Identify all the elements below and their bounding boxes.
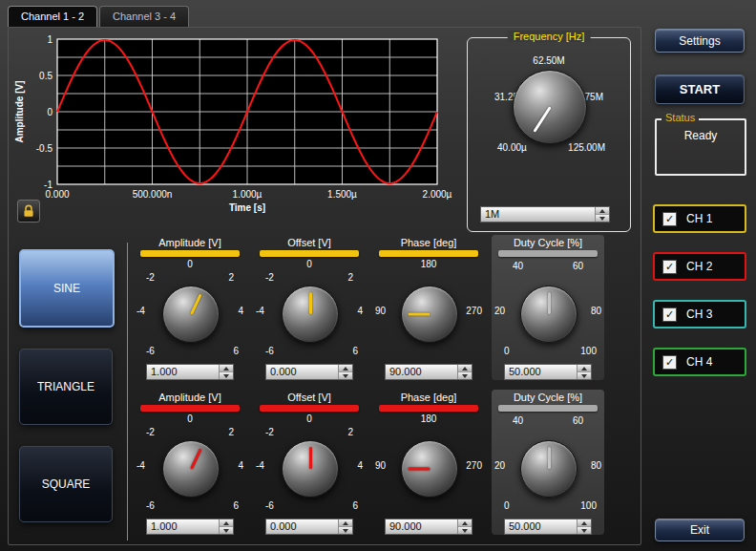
tick-label: 0	[306, 259, 312, 269]
ch2-offset-v-group: Offset [V]0-22-44-660.000	[253, 390, 366, 535]
frequency-panel-title: Frequency [Hz]	[508, 31, 591, 42]
app-window: Channel 1 - 2Channel 3 - 4 10.50-0.5-10.…	[0, 0, 756, 551]
ch1-phase-deg-input[interactable]: 90.000	[385, 364, 472, 380]
spin-down-button[interactable]	[220, 526, 233, 534]
channel-toggle-3[interactable]: ✓CH 3	[653, 300, 746, 328]
svg-text:1: 1	[47, 34, 52, 45]
checkbox-icon: ✓	[662, 355, 677, 370]
ch2-offset-v-knob[interactable]	[282, 440, 339, 498]
ch1-duty-cycle-knob[interactable]	[520, 286, 578, 343]
spin-up-icon	[343, 521, 348, 525]
checkbox-icon: ✓	[662, 307, 677, 322]
graph-lock-button[interactable]	[17, 200, 40, 223]
ch1-duty-cycle-input[interactable]: 50.000	[504, 364, 592, 380]
tick-label: 100	[580, 346, 597, 356]
spin-up-button[interactable]	[220, 365, 233, 371]
waveform-button-square[interactable]: SQUARE	[19, 446, 113, 522]
svg-text:Time [s]: Time [s]	[229, 202, 265, 213]
tick-label: 20	[494, 460, 505, 471]
svg-text:500.000n: 500.000n	[133, 189, 173, 200]
spin-down-button[interactable]	[458, 526, 472, 534]
spin-up-button[interactable]	[578, 519, 591, 526]
svg-text:1.500µ: 1.500µ	[327, 189, 357, 200]
status-title: Status	[662, 112, 699, 123]
ch2-amplitude-v-knob[interactable]	[162, 440, 220, 498]
accent-bar	[140, 405, 240, 412]
spin-down-icon	[599, 217, 605, 221]
spinner	[219, 365, 233, 379]
ch2-phase-deg-knob[interactable]	[401, 440, 458, 498]
start-button[interactable]: START	[655, 74, 745, 104]
ch2-amplitude-v-input[interactable]: 1.000	[146, 519, 234, 535]
knob-pointer	[309, 292, 312, 314]
spin-up-icon	[581, 521, 587, 525]
numeric-value: 0.000	[266, 519, 338, 534]
knob-scale: 0-22-44-66	[134, 413, 246, 515]
tick-label: 2	[228, 427, 234, 437]
knob-title: Duty Cycle [%]	[514, 235, 582, 250]
tab-bar: Channel 1 - 2Channel 3 - 4	[8, 6, 191, 27]
svg-text:Amplitude [V]: Amplitude [V]	[14, 81, 25, 143]
spin-up-button[interactable]	[339, 365, 352, 371]
settings-button[interactable]: Settings	[655, 29, 745, 53]
ch1-amplitude-v-knob[interactable]	[162, 286, 220, 343]
knob-pointer	[548, 292, 551, 314]
ch2-duty-cycle-input[interactable]: 50.000	[504, 519, 592, 535]
knob-pointer	[190, 294, 201, 315]
ch2-duty-cycle-knob[interactable]	[520, 440, 578, 498]
spin-up-button[interactable]	[220, 519, 233, 526]
svg-text:-1: -1	[44, 180, 52, 190]
frequency-knob[interactable]	[513, 70, 587, 144]
exit-button[interactable]: Exit	[655, 519, 745, 541]
spin-up-button[interactable]	[458, 519, 472, 526]
numeric-value: 50.000	[505, 365, 577, 379]
svg-text:-0.5: -0.5	[36, 143, 53, 154]
spinner	[595, 207, 609, 222]
tick-label: 0	[187, 413, 193, 424]
ch1-offset-v-knob[interactable]	[282, 286, 339, 343]
numeric-value: 1.000	[147, 365, 219, 379]
spinner	[577, 365, 591, 379]
spin-down-icon	[343, 529, 348, 533]
spin-down-button[interactable]	[578, 526, 591, 534]
svg-text:0.5: 0.5	[39, 71, 52, 81]
spin-up-button[interactable]	[458, 365, 472, 371]
channel-toggle-label: CH 2	[686, 260, 712, 273]
ch2-phase-deg-input[interactable]: 90.000	[385, 519, 472, 535]
accent-bar	[379, 405, 478, 412]
spin-down-button[interactable]	[339, 526, 352, 534]
numeric-value: 1.000	[147, 519, 219, 534]
spin-down-button[interactable]	[578, 371, 591, 379]
numeric-value: 50.000	[505, 519, 577, 534]
spin-up-button[interactable]	[596, 207, 609, 214]
frequency-knob-scale: 62.50M31.25M93.75M40.00µ125.00M	[493, 53, 605, 155]
accent-bar	[379, 250, 478, 257]
tick-label: 80	[591, 306, 601, 316]
ch2-offset-v-input[interactable]: 0.000	[265, 519, 353, 535]
tick-label: 90	[375, 460, 386, 471]
spin-up-icon	[599, 209, 605, 213]
frequency-input[interactable]: 1M	[480, 206, 610, 223]
ch1-amplitude-v-input[interactable]: 1.000	[146, 364, 234, 380]
numeric-value: 1M	[481, 207, 595, 222]
ch1-phase-deg-knob[interactable]	[401, 286, 458, 343]
spin-down-icon	[462, 529, 468, 533]
tab-channel-1-2[interactable]: Channel 1 - 2	[8, 6, 97, 27]
ch1-offset-v-input[interactable]: 0.000	[265, 364, 353, 380]
spin-down-button[interactable]	[339, 371, 352, 379]
spin-up-button[interactable]	[339, 519, 352, 526]
waveform-button-triangle[interactable]: TRIANGLE	[19, 349, 113, 425]
channel-toggle-4[interactable]: ✓CH 4	[653, 348, 746, 376]
spin-down-button[interactable]	[458, 371, 472, 379]
spin-down-button[interactable]	[596, 214, 609, 222]
tab-channel-3-4[interactable]: Channel 3 - 4	[99, 6, 189, 27]
channel-toggle-1[interactable]: ✓CH 1	[653, 204, 746, 233]
spin-down-icon	[223, 374, 229, 378]
channel-toggle-2[interactable]: ✓CH 2	[653, 252, 746, 281]
spin-up-button[interactable]	[578, 365, 591, 371]
checkbox-icon: ✓	[662, 212, 677, 226]
knob-scale: 18090270	[372, 413, 485, 515]
waveform-button-sine[interactable]: SINE	[19, 249, 115, 328]
ch1-duty-cycle-group: Duty Cycle [%]40602080010050.000	[492, 235, 604, 380]
spin-down-button[interactable]	[220, 371, 233, 379]
